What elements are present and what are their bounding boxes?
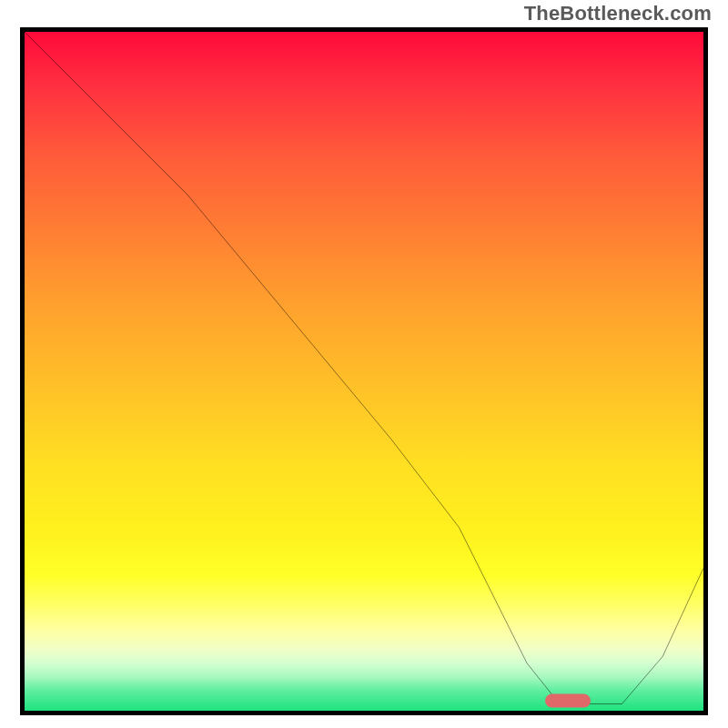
bottleneck-curve	[25, 32, 703, 711]
plot-area	[20, 27, 708, 715]
optimal-range-marker	[545, 693, 591, 707]
watermark-text: TheBottleneck.com	[524, 2, 712, 25]
chart-container: TheBottleneck.com	[0, 0, 728, 728]
